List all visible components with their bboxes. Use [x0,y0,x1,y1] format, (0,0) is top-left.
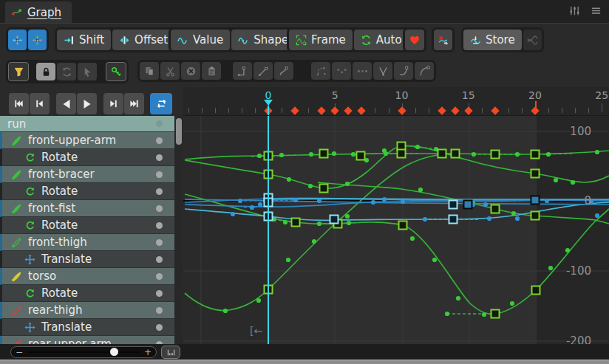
control-point[interactable] [487,216,491,221]
loop-button[interactable] [150,93,172,114]
control-point[interactable] [238,199,242,203]
handles-button[interactable] [311,62,330,80]
shift-button[interactable]: Shift [57,30,111,50]
zoom-thumb[interactable] [110,348,118,356]
keyframe-handle[interactable] [491,205,500,213]
keyframe-diamond[interactable] [451,106,459,114]
control-point[interactable] [332,151,336,156]
keyframe-diamond[interactable] [464,106,472,114]
track-row-Translate[interactable]: Translate [0,251,174,268]
keyframe-handle[interactable] [320,150,328,158]
control-point[interactable] [382,148,387,153]
control-point[interactable] [483,202,488,207]
tab-graph[interactable]: Graph [5,1,72,23]
zoom-fit-button[interactable] [161,346,180,359]
keyframe-handle[interactable] [452,150,460,158]
ease-in-button[interactable] [394,62,413,80]
keyframe-handle[interactable] [438,150,446,158]
vee-button[interactable] [373,62,392,80]
track-row-Rotate[interactable]: Rotate [0,217,174,234]
control-point[interactable] [432,258,437,262]
store-button[interactable]: Store [463,30,522,50]
track-dot[interactable] [156,239,163,246]
track-dot[interactable] [156,290,163,297]
prev-key-button[interactable] [30,93,50,114]
frame-button[interactable]: Frame [289,30,353,50]
control-point[interactable] [456,296,460,301]
menu-icon[interactable] [591,5,602,16]
control-point[interactable] [554,178,558,182]
track-dot[interactable] [156,324,163,331]
control-point[interactable] [283,220,288,224]
control-point[interactable] [345,214,350,219]
control-point[interactable] [510,301,514,306]
points-row-button[interactable] [353,62,372,80]
skip-start-button[interactable] [9,93,29,114]
keyframe-diamond[interactable] [358,106,366,114]
control-point[interactable] [515,152,520,157]
keyframe-handle[interactable] [292,219,300,227]
control-point[interactable] [287,177,291,182]
stepped-button[interactable] [233,62,252,80]
control-point[interactable] [545,199,549,203]
keyframe-handle[interactable] [531,212,540,220]
track-dot[interactable] [156,171,163,178]
control-point[interactable] [345,182,350,186]
track-row-rear-thigh[interactable]: rear-thigh [0,302,174,319]
track-dot[interactable] [156,205,163,212]
ease-out-button[interactable] [415,62,434,80]
sync-button[interactable] [57,63,76,80]
move-vertical-button[interactable] [28,30,47,50]
track-dot[interactable] [156,154,163,161]
control-point[interactable] [317,222,321,226]
control-point[interactable] [293,198,298,202]
lock-button[interactable] [36,63,55,80]
keyframe-handle[interactable] [464,201,472,209]
cut-button[interactable] [160,62,180,80]
keyframe-handle[interactable] [357,152,365,160]
keyframe-handle[interactable] [491,151,500,159]
track-row-Rotate[interactable]: Rotate [0,285,174,302]
zoom-slider[interactable]: − + [10,346,157,358]
track-dot[interactable] [156,120,163,127]
cursor-button[interactable] [78,63,97,80]
skip-end-button[interactable] [124,93,144,114]
track-row-front-upper-arm[interactable]: front-upper-arm [0,132,174,149]
control-point[interactable] [317,199,321,203]
delete-button[interactable] [181,62,200,80]
keyframe-diamond[interactable] [438,106,446,114]
control-point[interactable] [565,248,570,253]
control-point[interactable] [371,200,375,205]
control-point[interactable] [571,180,575,185]
control-point[interactable] [423,217,427,222]
keyframe-diamond[interactable] [318,106,326,114]
keyframe-diamond[interactable] [491,106,499,114]
graph-view[interactable]: [←1000-100-200 [183,116,609,344]
keyframe-handle[interactable] [398,150,406,158]
keyframe-handle[interactable] [449,216,457,224]
value-button[interactable]: Value [171,30,230,50]
play-back-button[interactable] [56,93,76,114]
control-point[interactable] [445,312,449,316]
track-scrollbar[interactable] [174,116,183,344]
keyframe-diamond[interactable] [531,106,539,114]
filter-button[interactable] [8,62,29,81]
shape-button[interactable]: Shape [231,30,295,50]
control-point[interactable] [472,152,476,157]
control-point[interactable] [546,152,551,157]
timeline-ruler[interactable]: 0510152025 [183,87,609,116]
zoom-in-button[interactable]: + [140,348,156,357]
track-row-Translate[interactable]: Translate [0,319,174,336]
autokey-button[interactable] [434,30,452,50]
playhead-marker[interactable] [264,100,273,106]
keyframe-handle[interactable] [531,170,540,178]
keyframe-handle[interactable] [491,310,500,318]
copy-button[interactable] [140,62,159,80]
keyframe-diamond[interactable] [398,106,406,114]
track-row-front-thigh[interactable]: front-thigh [0,234,174,251]
track-row-Rotate[interactable]: Rotate [0,183,174,200]
control-point[interactable] [279,153,284,157]
keyframe-diamond[interactable] [344,106,353,114]
control-point[interactable] [250,205,254,210]
keyframe-handle[interactable] [531,151,540,159]
